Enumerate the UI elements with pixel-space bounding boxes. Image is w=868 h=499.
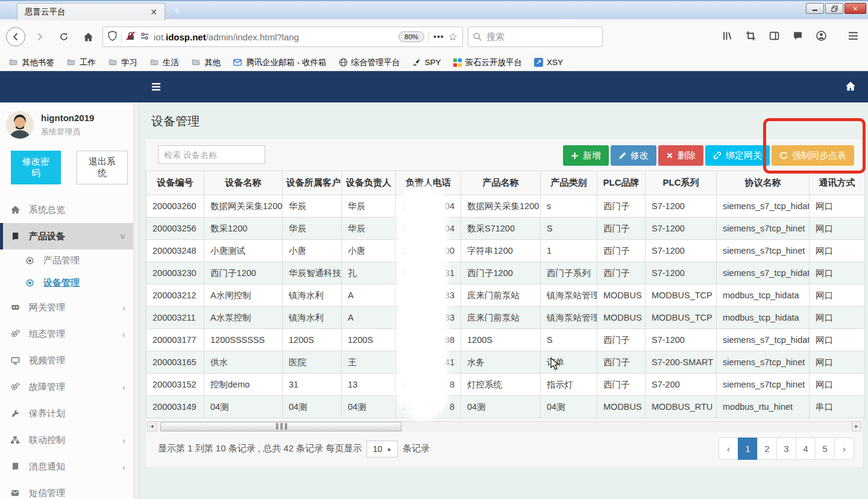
url-bar[interactable]: iot.idosp.net/admin/index.html?lang 80% … <box>102 27 463 47</box>
page-actions-icon[interactable]: ••• <box>433 32 444 42</box>
action-button-修改[interactable]: 修改 <box>611 145 656 166</box>
sidebar-item-联动控制[interactable]: 联动控制‹ <box>0 427 139 453</box>
browser-tab[interactable]: 思普云平台 ✕ <box>17 3 165 20</box>
column-header[interactable]: 协议名称 <box>717 171 810 195</box>
column-header[interactable]: 产品名称 <box>461 171 541 195</box>
column-header[interactable]: 产品类别 <box>541 171 597 195</box>
scrollbar-track[interactable]: ▐▐▐ <box>157 421 852 432</box>
insecure-lock-icon[interactable] <box>126 31 136 43</box>
pagination-page-3[interactable]: 3 <box>776 438 796 460</box>
column-header[interactable]: 负责人电话 <box>396 171 461 195</box>
cell-name: 供水 <box>204 351 283 374</box>
column-header[interactable]: PLC品牌 <box>597 171 646 195</box>
chat-bubble-icon[interactable] <box>793 31 803 43</box>
page-size-select[interactable]: 10 ▲ <box>366 441 398 457</box>
sidebar-item-组态管理[interactable]: 组态管理‹ <box>0 321 139 347</box>
back-button[interactable] <box>6 27 25 46</box>
change-password-button[interactable]: 修改密码 <box>11 151 61 184</box>
logout-button[interactable]: 退出系统 <box>77 151 128 184</box>
horizontal-scrollbar[interactable]: ◄ ▐▐▐ ► <box>147 421 861 432</box>
column-header[interactable]: 通讯方式 <box>810 171 865 195</box>
window-minimize-button[interactable] <box>806 3 824 14</box>
table-row[interactable]: 2000031771200SSSSSS1200S1200S881200SS西门子… <box>146 329 865 351</box>
bookmark-item[interactable]: 生活 <box>149 57 179 68</box>
home-button[interactable] <box>78 27 98 46</box>
table-row[interactable]: 200003165供水医院王41水务订单西门子S7-200-SMARTsieme… <box>146 351 865 374</box>
window-restore-button[interactable] <box>825 3 843 14</box>
bookmark-item[interactable]: 学习 <box>108 57 137 68</box>
sidebar-item-保养计划[interactable]: 保养计划 <box>0 400 139 427</box>
tab-close-icon[interactable]: ✕ <box>148 7 160 17</box>
screenshot-icon[interactable] <box>746 31 756 43</box>
column-header[interactable]: 设备编号 <box>146 171 204 195</box>
menu-hamburger-icon[interactable] <box>848 31 858 42</box>
zoom-level-badge[interactable]: 80% <box>398 31 424 42</box>
scroll-right-arrow[interactable]: ► <box>852 421 861 432</box>
pagination-page-4[interactable]: 4 <box>796 438 816 460</box>
column-header[interactable]: PLC系列 <box>646 171 717 195</box>
bookmark-item[interactable]: 萤石云开放平台 <box>453 57 523 68</box>
new-tab-button[interactable]: + <box>174 5 181 17</box>
action-button-绑定网关[interactable]: 绑定网关 <box>705 145 770 166</box>
pagination-page-5[interactable]: 5 <box>815 438 835 460</box>
forward-button[interactable] <box>30 27 49 46</box>
scroll-left-arrow[interactable]: ◄ <box>147 421 157 432</box>
table-row[interactable]: 200003230西门子1200华辰智通科技孔131西门子1200西门子系列西门… <box>146 262 865 284</box>
bookmark-item[interactable]: 综合管理平台 <box>339 57 400 68</box>
permissions-icon[interactable] <box>140 32 149 42</box>
gears-icon <box>10 329 20 339</box>
bookmark-item[interactable]: 其他书签 <box>8 57 54 68</box>
sidebar-item-短信管理[interactable]: 短信管理 <box>0 480 139 499</box>
cell-plc_series: S7-1200 <box>646 329 717 351</box>
table-row[interactable]: 200003212A水闸控制镇海水利A33庶来门前泵站镇海泵站管理MODBUSM… <box>146 284 865 307</box>
cell-comm: 网口 <box>810 284 865 307</box>
sidebar-toggle-icon[interactable] <box>769 31 779 43</box>
table-row[interactable]: 200003248小唐测试小唐小唐100字符串12001西门子S7-1200si… <box>146 240 865 262</box>
pagination-page-1[interactable]: 1 <box>738 438 758 460</box>
device-search-input[interactable] <box>158 145 265 164</box>
library-icon[interactable] <box>722 31 732 43</box>
cell-plc_brand: 西门子 <box>597 262 646 284</box>
action-button-新增[interactable]: 新增 <box>563 145 609 166</box>
tracking-shield-icon[interactable] <box>108 31 117 43</box>
window-close-button[interactable]: ✕ <box>844 3 866 14</box>
sidebar-item-消息通知[interactable]: 消息通知‹ <box>0 453 139 480</box>
action-button-强制同步点表[interactable]: 强制同步点表 <box>772 145 854 166</box>
table-row[interactable]: 200003260数据网关采集1200华辰华辰104数据网关采集1200s西门子… <box>146 195 865 218</box>
sidebar-item-产品设备[interactable]: 产品设备˅ <box>0 223 139 250</box>
pagination-next[interactable]: › <box>834 438 854 460</box>
action-button-删除[interactable]: 删除 <box>658 145 703 166</box>
account-icon[interactable] <box>816 31 826 43</box>
sidebar-item-系统总览[interactable]: 系统总览 <box>0 196 139 223</box>
app-home-icon[interactable] <box>845 81 856 93</box>
bookmark-item[interactable]: 其他 <box>191 57 221 68</box>
url-text[interactable]: iot.idosp.net/admin/index.html?lang <box>154 32 394 42</box>
table-row[interactable]: 200003211A水泵控制镇海水利A33庶来门前泵站镇海泵站管理MODBUSM… <box>146 307 865 329</box>
table-row[interactable]: 200003256数采1200华辰华辰104数采S71200S西门子S7-120… <box>146 218 865 240</box>
sidebar-subitem-设备管理[interactable]: 设备管理 <box>0 272 139 294</box>
pagination-page-2[interactable]: 2 <box>757 438 777 460</box>
column-header[interactable]: 设备负责人 <box>342 171 396 195</box>
column-header[interactable]: 设备所属客户 <box>283 171 342 195</box>
bookmark-item[interactable]: ↗XSY <box>534 58 563 67</box>
sidebar-item-网关管理[interactable]: 网关管理‹ <box>0 294 139 321</box>
bookmark-item[interactable]: SPY <box>412 58 441 67</box>
chevron-left-icon: ‹ <box>122 435 125 445</box>
search-bar[interactable]: 搜索 <box>468 27 603 47</box>
table-row[interactable]: 20000314904测04测04测15804测04测MODBUSMODBUS_… <box>146 396 865 418</box>
cell-customer: 小唐 <box>283 240 342 262</box>
scrollbar-thumb[interactable]: ▐▐▐ <box>160 422 401 432</box>
bookmark-item[interactable]: 工作 <box>66 57 96 68</box>
sidebar-item-故障管理[interactable]: 故障管理‹ <box>0 374 139 400</box>
bookmark-item[interactable]: 腾讯企业邮箱 - 收件箱 <box>233 57 327 68</box>
reload-button[interactable] <box>54 27 74 46</box>
pagination-prev[interactable]: ‹ <box>719 438 738 460</box>
sidebar-subitem-label: 设备管理 <box>43 277 80 289</box>
column-header[interactable]: 设备名称 <box>204 171 283 195</box>
cell-plc_series: S7-200 <box>646 374 717 396</box>
sidebar-item-视频管理[interactable]: 视频管理 <box>0 347 139 374</box>
sidebar-subitem-产品管理[interactable]: 产品管理 <box>0 250 139 272</box>
bookmark-star-icon[interactable]: ☆ <box>448 31 458 43</box>
table-row[interactable]: 200003152控制demo311318灯控系统指示灯西门子S7-200sie… <box>146 374 865 396</box>
sidebar-collapse-icon[interactable] <box>151 80 162 94</box>
